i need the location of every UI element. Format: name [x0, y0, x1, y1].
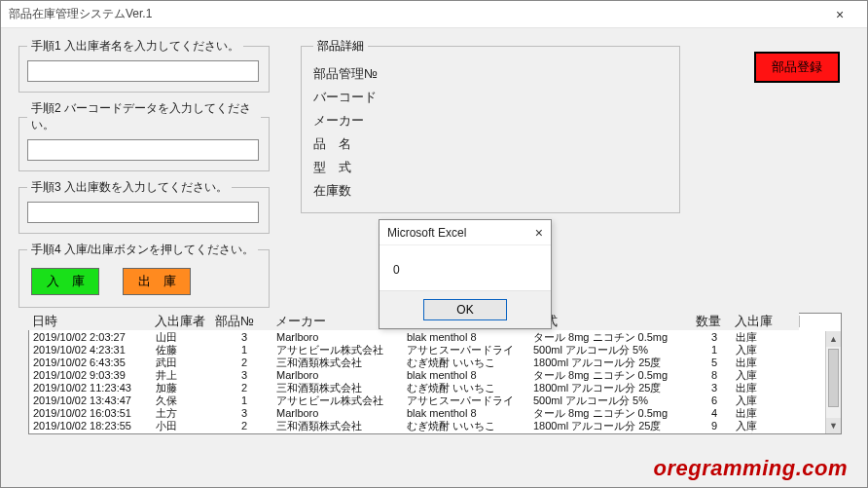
scroll-thumb[interactable]: [828, 349, 839, 407]
table-cell: 入庫: [732, 369, 777, 382]
table-cell: 2019/10/02 2:03:27: [29, 331, 152, 344]
table-cell: 3: [212, 407, 272, 420]
table-cell: 入庫: [732, 420, 777, 432]
step2-legend: 手順2 バーコードデータを入力してください。: [27, 100, 261, 133]
table-cell: 佐藤: [152, 344, 212, 357]
table-cell: 2: [212, 382, 272, 394]
table-cell: むぎ焼酎 いいちこ: [403, 357, 529, 369]
msgbox-body: 0: [380, 245, 551, 290]
details-row: 部品管理№: [313, 62, 668, 86]
table-cell: 井上: [152, 369, 212, 382]
table-row[interactable]: 2019/10/02 18:23:55小田2三和酒類株式会社むぎ焼酎 いいちこ1…: [29, 420, 825, 432]
table-cell: アサヒスーパードライ: [403, 432, 529, 433]
table-cell: 1: [212, 394, 272, 407]
table-cell: アサヒスーパードライ: [403, 394, 529, 407]
details-row: 型 式: [313, 156, 668, 179]
table-cell: 500ml アルコール分 5%: [529, 344, 693, 357]
grid-header-partno: 部品№: [211, 313, 271, 330]
table-cell: 出庫: [732, 382, 777, 394]
window-close-icon[interactable]: ×: [820, 7, 859, 22]
table-cell: 2019/10/02 11:23:43: [29, 382, 152, 394]
table-cell: 出庫: [732, 407, 777, 420]
table-cell: 500ml アルコール分 5%: [529, 394, 693, 407]
window-title: 部品在庫管理システムVer.1: [9, 6, 152, 22]
step4-legend: 手順4 入庫/出庫ボタンを押してください。: [27, 242, 258, 258]
grid-scrollbar[interactable]: ▲ ▼: [825, 331, 841, 433]
table-cell: 小田: [152, 420, 212, 432]
msgbox: Microsoft Excel × 0 OK: [379, 219, 552, 329]
table-cell: 1: [212, 432, 272, 433]
scroll-up-icon[interactable]: ▲: [826, 331, 841, 347]
grid-header-datetime: 日時: [28, 313, 151, 330]
step2-group: 手順2 バーコードデータを入力してください。: [18, 100, 270, 171]
table-row[interactable]: 2019/10/02 4:23:31佐藤1アサヒビール株式会社アサヒスーパードラ…: [29, 344, 825, 357]
table-cell: タール 8mg ニコチン 0.5mg: [529, 407, 693, 420]
table-cell: 3: [212, 369, 272, 382]
table-cell: アサヒスーパードライ: [403, 344, 529, 357]
scroll-down-icon[interactable]: ▼: [826, 418, 841, 433]
table-row[interactable]: 2019/10/02 9:03:39井上3Marlboroblak mentho…: [29, 369, 825, 382]
details-group: 部品詳細 部品管理№ バーコード メーカー 品 名 型 式 在庫数: [301, 38, 680, 213]
details-legend: 部品詳細: [313, 38, 368, 55]
grid-rows: 2019/10/02 2:03:27山田3Marlboroblak mentho…: [29, 331, 825, 433]
table-cell: むぎ焼酎 いいちこ: [403, 382, 529, 394]
table-cell: 久保: [152, 394, 212, 407]
table-cell: 10: [693, 432, 732, 433]
step1-legend: 手順1 入出庫者名を入力してください。: [27, 38, 243, 55]
msgbox-button-row: OK: [380, 290, 551, 328]
table-cell: blak menthol 8: [403, 369, 529, 382]
step3-input[interactable]: [27, 202, 259, 223]
table-cell: 山田: [152, 331, 212, 344]
table-row[interactable]: 2019/10/02 6:43:35武田2三和酒類株式会社むぎ焼酎 いいちこ18…: [29, 357, 825, 369]
table-cell: Marlboro: [272, 369, 403, 382]
msgbox-close-icon[interactable]: ×: [535, 225, 543, 241]
details-row: 在庫数: [313, 179, 668, 203]
step3-legend: 手順3 入出庫数を入力してください。: [27, 179, 232, 196]
table-cell: 武田: [152, 357, 212, 369]
out-button[interactable]: 出 庫: [123, 268, 191, 295]
details-row: 品 名: [313, 132, 668, 156]
table-cell: blak menthol 8: [403, 407, 529, 420]
table-cell: 500ml アルコール分 5%: [529, 432, 693, 433]
table-cell: 5: [693, 357, 732, 369]
step4-group: 手順4 入庫/出庫ボタンを押してください。 入 庫 出 庫: [18, 242, 270, 308]
table-cell: 3: [693, 382, 732, 394]
step2-input[interactable]: [27, 139, 259, 161]
table-cell: 出庫: [732, 331, 777, 344]
table-cell: 2019/10/02 6:43:35: [29, 357, 152, 369]
grid-header-io: 入出庫: [731, 313, 799, 330]
table-cell: 2019/10/02 20:43:59: [29, 432, 152, 433]
table-cell: 土方: [152, 407, 212, 420]
table-cell: 1800ml アルコール分 25度: [529, 382, 693, 394]
table-cell: 加藤: [152, 382, 212, 394]
window-titlebar: 部品在庫管理システムVer.1 ×: [1, 1, 867, 28]
table-cell: 2019/10/02 9:03:39: [29, 369, 152, 382]
msgbox-ok-button[interactable]: OK: [423, 299, 507, 320]
grid-header-qty: 数量: [692, 313, 731, 330]
step1-group: 手順1 入出庫者名を入力してください。: [18, 38, 270, 93]
table-cell: むぎ焼酎 いいちこ: [403, 420, 529, 432]
table-cell: 2019/10/02 18:23:55: [29, 420, 152, 432]
table-cell: 1: [212, 344, 272, 357]
table-cell: blak menthol 8: [403, 331, 529, 344]
table-cell: 8: [693, 369, 732, 382]
table-cell: 三和酒類株式会社: [272, 382, 403, 394]
table-row[interactable]: 2019/10/02 13:43:47久保1アサヒビール株式会社アサヒスーパード…: [29, 394, 825, 407]
table-row[interactable]: 2019/10/02 16:03:51土方3Marlboroblak menth…: [29, 407, 825, 420]
table-cell: 三和酒類株式会社: [272, 420, 403, 432]
register-button[interactable]: 部品登録: [754, 52, 840, 83]
step1-input[interactable]: [27, 60, 259, 82]
in-button[interactable]: 入 庫: [31, 268, 99, 295]
table-cell: 4: [693, 407, 732, 420]
table-cell: 出庫: [732, 357, 777, 369]
table-row[interactable]: 2019/10/02 2:03:27山田3Marlboroblak mentho…: [29, 331, 825, 344]
table-row[interactable]: 2019/10/02 11:23:43加藤2三和酒類株式会社むぎ焼酎 いいちこ1…: [29, 382, 825, 394]
table-cell: 三和酒類株式会社: [272, 357, 403, 369]
table-cell: アサヒビール株式会社: [272, 432, 403, 433]
grid[interactable]: 2019/10/02 2:03:27山田3Marlboroblak mentho…: [28, 313, 842, 434]
grid-header-model: 型式: [528, 313, 692, 330]
table-cell: 入庫: [732, 344, 777, 357]
table-cell: 2: [212, 420, 272, 432]
table-cell: 2: [212, 357, 272, 369]
table-row[interactable]: 2019/10/02 20:43:59太田1アサヒビール株式会社アサヒスーパード…: [29, 432, 825, 433]
